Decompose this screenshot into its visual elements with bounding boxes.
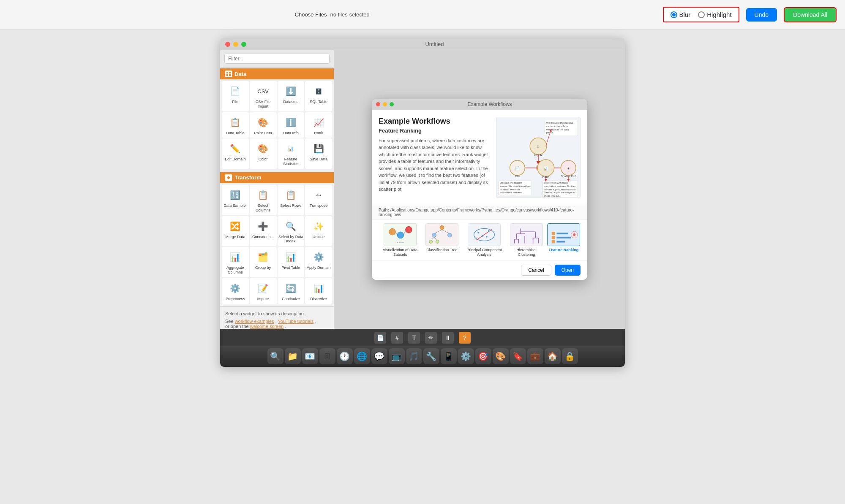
bottom-bar-hash[interactable]: #	[391, 332, 403, 344]
widget-concatenate[interactable]: ➕ Concatena...	[250, 216, 277, 247]
widget-select-rows[interactable]: 📋 Select Rows	[278, 185, 305, 215]
widget-transpose-label: Transpose	[310, 203, 327, 208]
workflow-thumb-feature-ranking[interactable]: Feature Ranking	[547, 223, 581, 257]
dock-item-4[interactable]: 🗓	[319, 348, 335, 364]
widget-save-data-label: Save Data	[310, 157, 327, 162]
dock-item-13[interactable]: 🎯	[475, 348, 491, 364]
widget-data-table[interactable]: 📋 Data Table	[222, 112, 249, 138]
thumb-image-pca[interactable]	[468, 223, 501, 246]
example-workflows-dialog: Example Workflows Example Workflows Feat…	[372, 99, 587, 280]
cancel-button[interactable]: Cancel	[521, 265, 551, 276]
blur-option[interactable]: Blur	[671, 11, 691, 18]
dock-item-10[interactable]: 🔧	[423, 348, 439, 364]
choose-files-label[interactable]: Choose Files	[295, 11, 327, 18]
widget-apply-domain[interactable]: ⚙️ Apply Domain	[305, 247, 332, 277]
highlight-radio[interactable]	[698, 11, 705, 18]
blur-radio[interactable]	[671, 11, 677, 18]
open-button[interactable]: Open	[555, 265, 581, 276]
sidebar-search-input[interactable]	[224, 54, 330, 64]
dock-item-1[interactable]: 🔍	[267, 348, 283, 364]
highlight-option[interactable]: Highlight	[698, 11, 731, 18]
thumb-image-feature-ranking[interactable]	[547, 223, 580, 246]
workflow-thumb-classification-tree[interactable]: Classification Tree	[425, 223, 459, 257]
widget-data-sampler[interactable]: 🔢 Data Sampler	[222, 185, 249, 215]
widget-save-data[interactable]: 💾 Save Data	[305, 138, 332, 169]
widget-data-info[interactable]: ℹ️ Data Info	[278, 112, 305, 138]
thumb-image-hierarchical-clustering[interactable]	[510, 223, 543, 246]
dock-item-11[interactable]: 📱	[441, 348, 457, 364]
workflow-thumb-pca[interactable]: Principal Component Analysis	[462, 223, 506, 257]
widget-transpose[interactable]: ↔️ Transpose	[305, 185, 332, 215]
youtube-tutorials-link[interactable]: YouTube tutorials	[278, 319, 314, 324]
section-header-transform[interactable]: Transform	[220, 172, 334, 183]
widget-group-by[interactable]: 🗂️ Group by	[250, 247, 277, 277]
canvas-area[interactable]: Example Workflows Example Workflows Feat…	[334, 50, 625, 329]
widget-merge-data[interactable]: 🔀 Merge Data	[222, 216, 249, 247]
workflow-thumbnails[interactable]: scatter Visualization of Data Subsets	[372, 220, 587, 261]
dock-item-2[interactable]: 📁	[285, 348, 301, 364]
svg-point-37	[436, 240, 439, 243]
workflow-thumb-hierarchical-clustering[interactable]: Hierarchical Clustering	[510, 223, 543, 257]
widget-rank[interactable]: 📈 Rank	[305, 112, 332, 138]
widget-aggregate-columns[interactable]: 📊 Aggregate Columns	[222, 247, 249, 277]
dock-item-18[interactable]: 🔒	[562, 348, 578, 364]
dialog-minimize-button[interactable]	[383, 102, 387, 106]
dock: 🔍 📁 📧 🗓 🕐 🌐 💬 📺 🎵 🔧 📱 ⚙️ 🎯 🎨 🔖 💼 🏠 🔒	[220, 346, 625, 367]
dock-icon-7: 💬	[374, 351, 384, 361]
widget-file[interactable]: 📄 File	[222, 81, 249, 111]
widget-select-columns[interactable]: 📋 Select Columns	[250, 185, 277, 215]
workflow-thumb-visualization[interactable]: scatter Visualization of Data Subsets	[379, 223, 422, 257]
widget-paint-data[interactable]: 🎨 Paint Data	[250, 112, 277, 138]
undo-button[interactable]: Undo	[746, 8, 777, 22]
svg-text:File: File	[515, 174, 520, 177]
workflow-examples-link[interactable]: workflow examples	[235, 319, 274, 324]
dock-item-5[interactable]: 🕐	[337, 348, 353, 364]
dialog-close-button[interactable]	[376, 102, 380, 106]
welcome-screen-link[interactable]: welcome screen	[250, 324, 283, 329]
widget-preprocess[interactable]: ⚙️ Preprocess	[222, 278, 249, 304]
dock-item-7[interactable]: 💬	[371, 348, 387, 364]
dock-item-14[interactable]: 🎨	[493, 348, 509, 364]
bottom-bar-doc[interactable]: 📄	[374, 332, 386, 344]
widget-impute[interactable]: 📝 Impute	[250, 278, 277, 304]
widget-color[interactable]: 🎨 Color	[250, 138, 277, 169]
widget-datasets[interactable]: ⬇️ Datasets	[278, 81, 305, 111]
thumb-image-visualization[interactable]: scatter	[384, 223, 417, 246]
bottom-bar-pause[interactable]: ⏸	[442, 332, 454, 344]
dialog-maximize-button[interactable]	[390, 102, 394, 106]
bottom-bar-pen[interactable]: ✏	[425, 332, 437, 344]
dock-icon-1: 🔍	[270, 351, 281, 361]
dock-item-17[interactable]: 🏠	[545, 348, 561, 364]
data-table-icon: 📋	[228, 115, 243, 130]
svg-rect-2	[229, 72, 231, 73]
dock-item-3[interactable]: 📧	[302, 348, 318, 364]
widget-edit-domain[interactable]: ✏️ Edit Domain	[222, 138, 249, 169]
widget-feature-statistics[interactable]: 📊 Feature Statistics	[278, 138, 305, 169]
sql-icon: 🗄️	[311, 84, 326, 99]
svg-point-46	[482, 235, 483, 237]
widget-pivot-table[interactable]: 📊 Pivot Table	[278, 247, 305, 277]
section-header-data[interactable]: Data	[220, 68, 334, 79]
dock-item-16[interactable]: 💼	[527, 348, 543, 364]
dock-item-8[interactable]: 📺	[389, 348, 405, 364]
thumb-image-classification-tree[interactable]	[425, 223, 458, 246]
dock-item-9[interactable]: 🎵	[406, 348, 422, 364]
widget-csv-import[interactable]: CSV CSV File Import	[250, 81, 277, 111]
maximize-button[interactable]	[241, 42, 246, 47]
widget-unique[interactable]: ✨ Unique	[305, 216, 332, 247]
close-button[interactable]	[225, 42, 230, 47]
dock-item-6[interactable]: 🌐	[354, 348, 370, 364]
download-all-button[interactable]: Download All	[784, 7, 837, 22]
minimize-button[interactable]	[233, 42, 238, 47]
bottom-bar-help[interactable]: ?	[459, 332, 471, 344]
widget-sql-table[interactable]: 🗄️ SQL Table	[305, 81, 332, 111]
sidebar-links: See workflow examples , YouTube tutorial…	[225, 319, 329, 329]
widget-discretize[interactable]: 📊 Discretize	[305, 278, 332, 304]
dock-item-12[interactable]: ⚙️	[458, 348, 474, 364]
widget-select-by-data-index[interactable]: 🔍 Select by Data Index	[278, 216, 305, 247]
widget-continuize[interactable]: 🔄 Continuize	[278, 278, 305, 304]
unique-icon: ✨	[311, 219, 326, 234]
dock-item-15[interactable]: 🔖	[510, 348, 526, 364]
widget-edit-domain-label: Edit Domain	[225, 157, 245, 162]
bottom-bar-text[interactable]: T	[408, 332, 420, 344]
